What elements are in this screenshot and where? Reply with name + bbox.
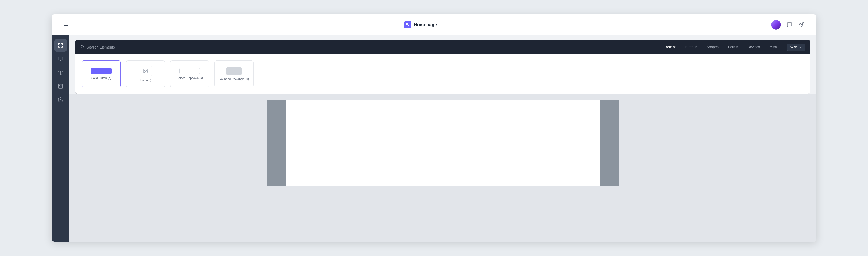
tab-misc[interactable]: Misc <box>766 43 781 51</box>
card-solid-button[interactable]: Solid Button (b) <box>82 61 121 87</box>
image-placeholder-icon <box>143 68 148 74</box>
card-label-rounded-rectangle: Rounded Rectangle (u) <box>219 77 249 81</box>
card-rounded-rectangle[interactable]: Rounded Rectangle (u) <box>214 61 254 87</box>
sidebar-item-layers[interactable] <box>54 39 67 51</box>
app-logo: W <box>404 21 411 28</box>
card-label-solid-button: Solid Button (b) <box>91 76 112 80</box>
elements-grid: Solid Button (b) <box>75 54 810 94</box>
content-area: Recent Buttons Shapes Forms Devices <box>69 35 816 242</box>
top-bar-center: W Homepage <box>404 21 437 28</box>
nav-tabs: Recent Buttons Shapes Forms Devices <box>660 43 781 51</box>
divider <box>784 44 784 50</box>
tab-recent[interactable]: Recent <box>660 43 680 51</box>
canvas-content[interactable] <box>286 100 600 186</box>
top-bar-right <box>771 20 804 30</box>
svg-rect-5 <box>59 46 60 47</box>
canvas-sidebar-right <box>600 100 619 186</box>
sidebar-item-image[interactable] <box>54 80 67 93</box>
card-select-dropdown[interactable]: ▼ Select Dropdown (s) <box>170 61 209 87</box>
svg-point-12 <box>59 85 60 86</box>
preview-rounded-rect-shape <box>226 67 242 75</box>
canvas-sidebar-left <box>267 100 286 186</box>
main-layout: Recent Buttons Shapes Forms Devices <box>52 35 816 242</box>
tab-shapes[interactable]: Shapes <box>703 43 723 51</box>
search-icon <box>81 45 85 50</box>
tab-buttons[interactable]: Buttons <box>681 43 702 51</box>
tab-forms[interactable]: Forms <box>724 43 742 51</box>
elements-header: Recent Buttons Shapes Forms Devices <box>75 40 810 54</box>
svg-rect-3 <box>61 43 63 45</box>
user-avatar[interactable] <box>771 20 781 30</box>
card-label-select-dropdown: Select Dropdown (s) <box>177 76 203 80</box>
platform-dropdown[interactable]: Web ▼ <box>787 43 805 51</box>
svg-line-14 <box>83 47 84 48</box>
card-image[interactable]: Image (i) <box>126 61 165 87</box>
canvas-frame <box>267 100 619 186</box>
preview-button-shape <box>91 68 112 74</box>
svg-rect-4 <box>61 46 63 47</box>
card-preview-button <box>82 68 121 74</box>
sidebar-item-components[interactable] <box>54 53 67 65</box>
top-bar-left <box>64 24 70 26</box>
app-container: W Homepage <box>52 14 816 242</box>
svg-point-16 <box>144 70 145 71</box>
comment-button[interactable] <box>786 22 793 28</box>
share-button[interactable] <box>798 22 804 28</box>
search-input[interactable] <box>87 45 145 49</box>
sidebar-item-text[interactable] <box>54 67 67 79</box>
preview-image-shape <box>139 66 152 76</box>
canvas-area <box>69 94 816 242</box>
select-line <box>181 71 192 71</box>
select-chevron-icon: ▼ <box>196 70 198 72</box>
menu-button[interactable] <box>64 24 70 26</box>
elements-panel: Recent Buttons Shapes Forms Devices <box>75 40 810 94</box>
card-preview-image <box>126 66 165 76</box>
tab-devices[interactable]: Devices <box>743 43 764 51</box>
card-preview-select: ▼ <box>170 68 209 74</box>
card-label-image: Image (i) <box>140 79 151 82</box>
page-title: Homepage <box>414 22 437 28</box>
sidebar-item-misc[interactable] <box>54 94 67 106</box>
card-preview-rounded-rect <box>215 67 253 75</box>
search-wrapper <box>81 45 660 50</box>
chevron-down-icon: ▼ <box>799 46 802 49</box>
top-bar: W Homepage <box>52 14 816 35</box>
left-sidebar <box>52 35 69 242</box>
svg-rect-2 <box>59 43 60 45</box>
preview-select-shape: ▼ <box>179 68 200 74</box>
svg-rect-6 <box>58 57 63 60</box>
